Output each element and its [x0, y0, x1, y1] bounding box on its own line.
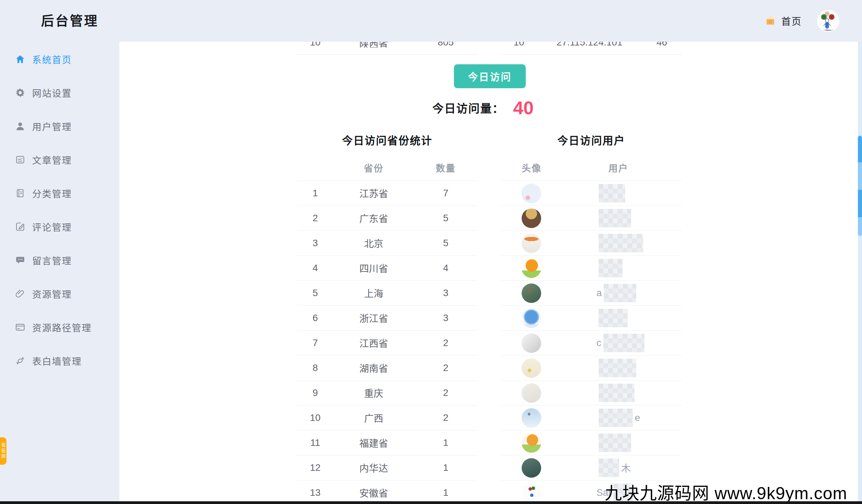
username-cell: [562, 209, 682, 227]
censored-username: [599, 209, 631, 227]
avatar-cell: [501, 408, 562, 428]
cell: 4: [414, 263, 477, 274]
avatar-cell: [501, 458, 562, 478]
cell: 805: [414, 42, 477, 48]
user-table-header: 头像 用户: [501, 148, 682, 181]
username-cell: [562, 259, 682, 277]
sidebar-item-6[interactable]: 留言管理: [0, 243, 119, 277]
sidebar-item-2[interactable]: 用户管理: [0, 109, 119, 143]
cell: 福建省: [333, 436, 414, 450]
user-table-row: [501, 356, 682, 381]
sidebar-item-label: 资源路径管理: [32, 321, 92, 334]
cell: 2: [414, 387, 477, 398]
cell: 1: [414, 462, 477, 473]
username-cell: [562, 184, 682, 202]
sidebar-item-label: 评论管理: [32, 220, 72, 234]
cell: 4: [297, 263, 333, 274]
sidebar-item-7[interactable]: 资源管理: [0, 277, 119, 310]
sidebar-item-9[interactable]: 表白墙管理: [0, 344, 119, 377]
cell: 3: [414, 288, 477, 299]
sidebar-item-label: 留言管理: [32, 254, 72, 267]
visit-users-table: 今日访问用户 头像 用户 ace木Sar: [501, 133, 682, 504]
cell: 11: [297, 437, 333, 448]
cell: 陕西省: [333, 42, 414, 48]
sidebar-item-label: 网站设置: [32, 86, 72, 100]
cell: 3: [414, 313, 477, 323]
scrollbar-thumb[interactable]: [858, 136, 862, 236]
scrolled-ip-table-last-row: 10 27.115.124.101 46: [501, 42, 682, 48]
scrollbar-track[interactable]: [858, 42, 862, 501]
today-visit-button[interactable]: 今日访问: [454, 64, 526, 88]
censored-username: [599, 459, 619, 477]
cell: 5: [414, 213, 477, 224]
cell: 广东省: [333, 211, 414, 225]
sidebar-item-3[interactable]: 文章管理: [0, 143, 119, 176]
sidebar-item-label: 资源管理: [32, 287, 72, 301]
umbrella-girl-sketch-avatar: [522, 234, 541, 253]
cell: 27.115.124.101: [537, 42, 642, 48]
user-table-row: [501, 306, 682, 331]
cell: 湖南省: [333, 361, 414, 375]
cell: 江西省: [333, 336, 414, 350]
user-table-row: [501, 231, 682, 256]
province-table-row: 7江西省2: [297, 331, 477, 356]
user-table-row: e: [501, 406, 682, 430]
sidebar-item-0[interactable]: 系统首页: [0, 42, 119, 76]
bottom-bar: [0, 501, 862, 504]
censored-username: [599, 359, 636, 377]
username-cell: c: [562, 334, 682, 352]
username-fragment: e: [635, 412, 640, 423]
cell: 12: [297, 462, 333, 473]
user-table-row: [501, 256, 682, 281]
cell: 1: [297, 188, 333, 199]
sidebar-item-label: 文章管理: [32, 153, 72, 167]
app-title: 后台管理: [41, 0, 99, 42]
avatar-cell: [501, 258, 562, 278]
watermark: 九块九源码网 www.9k9ym.com: [605, 479, 847, 504]
column-header-province: 省份: [333, 161, 414, 174]
sidebar-item-8[interactable]: 资源路径管理: [0, 310, 119, 344]
dark-water-avatar: [522, 458, 541, 478]
cell: 7: [297, 337, 333, 348]
username-cell: [562, 234, 682, 252]
home-link[interactable]: 首页: [764, 14, 802, 28]
light-sketch-yellow-avatar: [522, 358, 541, 378]
light-sketch-gray-avatar: [522, 383, 541, 403]
sidebar-item-5[interactable]: 评论管理: [0, 210, 119, 243]
house-icon: [764, 14, 776, 27]
visit-count-line: 今日访问量： 40: [342, 96, 534, 120]
cell: 10: [297, 412, 333, 423]
cell: 2: [414, 362, 477, 373]
avatar-cell: [501, 358, 562, 378]
paperclip-icon: [15, 289, 25, 299]
province-table-row: 8湖南省2: [297, 356, 477, 381]
cell: 1: [414, 487, 477, 498]
user-table-row: [501, 206, 682, 231]
province-table-row: 1江苏省7: [297, 181, 477, 206]
cell: 7: [414, 188, 477, 199]
avatar-cell: [501, 308, 562, 328]
province-table-header: 省份 数量: [297, 148, 477, 181]
scrolled-province-table-last-row: 10 陕西省 805: [297, 42, 477, 48]
user-icon: [15, 121, 25, 131]
table-border: [501, 54, 682, 55]
winter-birds-avatar: [522, 408, 541, 428]
censored-username: [599, 434, 631, 452]
balloon-girl-avatar: [522, 483, 541, 503]
sidebar-item-4[interactable]: 分类管理: [0, 176, 119, 210]
username-fragment: a: [597, 288, 602, 299]
kanban-badge[interactable]: 看板娘: [0, 437, 6, 465]
province-table-row: 3北京5: [297, 231, 477, 256]
province-table-row: 12内华达1: [297, 455, 477, 480]
category-icon: [15, 188, 25, 198]
username-cell: e: [562, 409, 682, 427]
header-right: 首页: [764, 0, 839, 42]
user-avatar[interactable]: [817, 10, 839, 32]
cell: 上海: [333, 286, 414, 300]
cell: 2: [414, 412, 477, 423]
sidebar-item-1[interactable]: 网站设置: [0, 76, 119, 109]
user-table-row: [501, 430, 682, 455]
cell: 四川省: [333, 261, 414, 275]
censored-username: [599, 184, 625, 202]
sidebar-item-label: 用户管理: [32, 120, 72, 133]
